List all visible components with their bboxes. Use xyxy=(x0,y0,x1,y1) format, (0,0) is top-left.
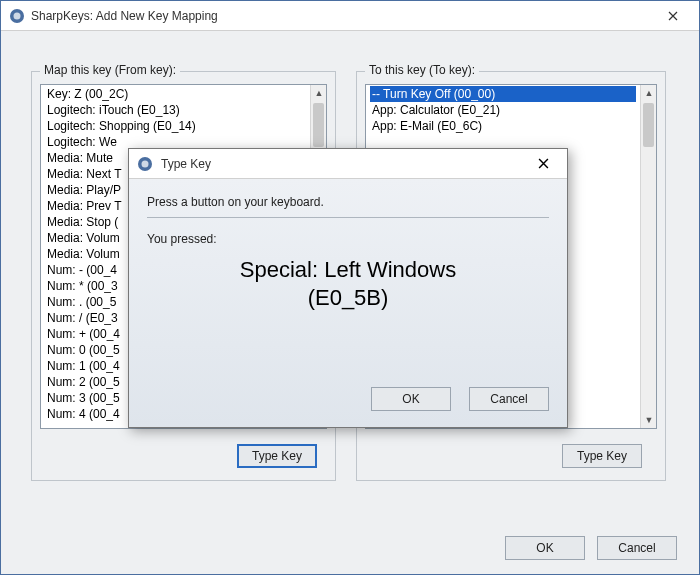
from-key-label: Map this key (From key): xyxy=(40,63,180,77)
to-scrollbar[interactable]: ▲ ▼ xyxy=(640,85,656,428)
scroll-up-icon[interactable]: ▲ xyxy=(641,85,657,101)
from-type-key-button[interactable]: Type Key xyxy=(237,444,317,468)
window-close-button[interactable] xyxy=(651,2,695,30)
list-item[interactable]: -- Turn Key Off (00_00) xyxy=(370,86,636,102)
list-item[interactable]: App: E-Mail (E0_6C) xyxy=(370,118,636,134)
scroll-down-icon[interactable]: ▼ xyxy=(641,412,657,428)
dialog-titlebar: Type Key xyxy=(129,149,567,179)
window-title: SharpKeys: Add New Key Mapping xyxy=(31,9,651,23)
app-icon xyxy=(137,156,153,172)
pressed-value-line1: Special: Left Windows xyxy=(147,256,549,284)
scroll-thumb[interactable] xyxy=(313,103,324,147)
scroll-up-icon[interactable]: ▲ xyxy=(311,85,327,101)
svg-point-1 xyxy=(14,12,21,19)
dialog-close-button[interactable] xyxy=(523,151,563,177)
type-key-dialog: Type Key Press a button on your keyboard… xyxy=(128,148,568,428)
main-button-row: OK Cancel xyxy=(505,536,677,560)
pressed-value-line2: (E0_5B) xyxy=(147,284,549,312)
main-ok-button[interactable]: OK xyxy=(505,536,585,560)
dialog-ok-button[interactable]: OK xyxy=(371,387,451,411)
list-item[interactable]: Key: Z (00_2C) xyxy=(45,86,306,102)
main-cancel-button[interactable]: Cancel xyxy=(597,536,677,560)
dialog-cancel-button[interactable]: Cancel xyxy=(469,387,549,411)
pressed-value: Special: Left Windows (E0_5B) xyxy=(147,256,549,312)
list-item[interactable]: Logitech: iTouch (E0_13) xyxy=(45,102,306,118)
pressed-label: You pressed: xyxy=(147,232,549,246)
to-key-label: To this key (To key): xyxy=(365,63,479,77)
to-type-key-button[interactable]: Type Key xyxy=(562,444,642,468)
dialog-instruction: Press a button on your keyboard. xyxy=(147,195,549,209)
list-item[interactable]: Logitech: Shopping (E0_14) xyxy=(45,118,306,134)
separator xyxy=(147,217,549,218)
scroll-thumb[interactable] xyxy=(643,103,654,147)
titlebar: SharpKeys: Add New Key Mapping xyxy=(1,1,699,31)
dialog-title: Type Key xyxy=(161,157,523,171)
dialog-button-row: OK Cancel xyxy=(371,387,549,411)
svg-point-3 xyxy=(142,160,149,167)
dialog-client: Press a button on your keyboard. You pre… xyxy=(129,179,567,427)
list-item[interactable]: App: Calculator (E0_21) xyxy=(370,102,636,118)
app-icon xyxy=(9,8,25,24)
